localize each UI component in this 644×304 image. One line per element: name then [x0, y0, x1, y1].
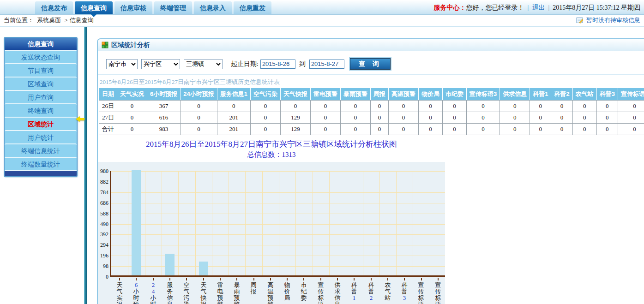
top-tab[interactable]: 终端管理: [154, 1, 192, 14]
table-cell: 0: [310, 124, 340, 135]
logout-link[interactable]: 退出: [532, 4, 545, 11]
sidebar-item[interactable]: 终端信息统计: [5, 143, 77, 157]
top-tab[interactable]: 信息审核: [114, 1, 152, 14]
table-cell: 0: [250, 112, 280, 124]
y-axis-label: 588: [98, 210, 108, 217]
x-axis-tick: [236, 278, 237, 280]
table-cell: 0: [388, 101, 418, 112]
table-header-cell: 天气快报: [280, 88, 310, 101]
table-cell: 0: [340, 124, 370, 135]
y-axis-label: 784: [98, 189, 108, 196]
breadcrumb: 当前位置： 系统桌面 >信息查询: [4, 17, 96, 24]
table-header-cell: 服务信息1: [217, 88, 250, 101]
sidebar-item[interactable]: 区域查询: [5, 77, 77, 90]
table-cell: 0: [370, 124, 388, 135]
top-tab[interactable]: 信息录入: [194, 1, 232, 14]
v-gridline: [229, 171, 229, 275]
district-select[interactable]: 兴宁区: [141, 59, 180, 69]
table-cell: 201: [217, 124, 250, 135]
query-button[interactable]: 查 询: [350, 58, 391, 70]
x-axis-label: 24小时预报: [145, 282, 162, 304]
table-cell: 0: [466, 124, 500, 135]
panel-body: 南宁市 兴宁区 三塘镇 起止日期: 到 查 询 2015年8月26日至2015年…: [98, 52, 644, 304]
x-axis-label: 6小时预报: [128, 282, 144, 304]
table-header-cell: 天气实况: [117, 88, 147, 101]
top-tab[interactable]: 信息查询: [75, 1, 113, 14]
x-axis-label: 科普3: [396, 282, 413, 301]
breadcrumb-home[interactable]: 系统桌面: [37, 17, 61, 24]
sidebar-collapse-arrow-icon[interactable]: [76, 116, 84, 122]
table-header-cell: 高温预警: [388, 88, 418, 101]
date-range-label: 起止日期:: [231, 60, 259, 68]
x-axis-label: 暴雨预警: [229, 282, 245, 304]
table-cell: 0: [370, 101, 388, 112]
sidebar-item[interactable]: 用户统计: [5, 130, 77, 143]
sidebar-item[interactable]: 用户查询: [5, 90, 77, 103]
y-axis-label: 490: [98, 221, 108, 227]
y-axis-label: 686: [98, 200, 108, 206]
table-cell: 0: [388, 124, 418, 135]
table-header-cell: 暴雨预警: [340, 88, 370, 101]
table-cell: 合计: [99, 124, 117, 135]
table-header-cell: 宣传标语3: [466, 88, 500, 101]
audit-notice-text[interactable]: 暂时没有待审核信息: [586, 15, 640, 26]
table-cell: 0: [618, 124, 644, 135]
x-axis-label: 市纪委: [295, 282, 312, 301]
v-gridline: [413, 171, 413, 275]
breadcrumb-current: 信息查询: [70, 17, 94, 24]
sidebar-item[interactable]: 终端查询: [5, 103, 77, 117]
x-axis-tick: [354, 278, 355, 280]
table-cell: 0: [551, 112, 572, 124]
sidebar-title: 信息查询: [5, 38, 77, 50]
v-gridline: [245, 171, 246, 275]
date-from-input[interactable]: [260, 60, 295, 69]
sidebar-item[interactable]: 终端数量统计: [5, 157, 77, 170]
x-axis-tick: [270, 278, 271, 280]
town-select[interactable]: 三塘镇: [184, 59, 223, 69]
page-title: 区域统计分析: [111, 41, 150, 49]
table-header-cell: 市纪委: [442, 88, 466, 101]
x-axis-label: 天气实况: [111, 282, 128, 304]
audit-notice[interactable]: 暂时没有待审核信息: [576, 15, 640, 26]
v-gridline: [329, 171, 330, 275]
city-select[interactable]: 南宁市: [106, 59, 138, 69]
x-axis-label: 服务信息1: [162, 282, 178, 304]
x-axis-label: 科普1: [346, 282, 362, 301]
v-gridline: [212, 171, 212, 275]
x-axis-tick: [119, 278, 120, 280]
table-header-cell: 宣传标语1: [618, 88, 644, 101]
table-cell: 0: [618, 101, 644, 112]
table-cell: 0: [572, 101, 596, 112]
table-row: 合计098302010129000000000000001313: [99, 124, 644, 135]
x-axis-tick: [421, 278, 422, 280]
table-cell: 26日: [99, 101, 117, 112]
bar: [165, 254, 175, 275]
table-cell: 0: [310, 112, 340, 124]
table-cell: 0: [466, 101, 500, 112]
date-to-input[interactable]: [309, 60, 344, 69]
table-cell: 0: [500, 112, 530, 124]
sidebar-item[interactable]: 发送状态查询: [5, 50, 77, 63]
x-axis-tick: [387, 278, 388, 280]
table-cell: 0: [530, 101, 551, 112]
v-gridline: [295, 171, 296, 275]
table-header-cell: 24小时预报: [181, 88, 217, 101]
top-tab[interactable]: 信息发布: [35, 1, 73, 14]
table-header-cell: 科普2: [551, 88, 572, 101]
v-gridline: [195, 171, 196, 275]
table-cell: 0: [551, 124, 572, 135]
table-cell: 0: [551, 101, 572, 112]
table-header-cell: 物价局: [418, 88, 442, 101]
table-cell: 0: [418, 101, 442, 112]
x-axis-tick: [371, 278, 372, 280]
service-center-label: 服务中心：: [434, 4, 466, 11]
sidebar-item[interactable]: 区域统计: [5, 117, 77, 130]
v-gridline: [346, 171, 346, 275]
sidebar-item[interactable]: 节目查询: [5, 63, 77, 77]
table-cell: 0: [340, 112, 370, 124]
table-cell: 0: [280, 101, 310, 112]
top-tab[interactable]: 信息重发: [234, 1, 271, 14]
filter-bar: 南宁市 兴宁区 三塘镇 起止日期: 到 查 询: [98, 52, 644, 75]
bar: [199, 262, 208, 275]
v-gridline: [363, 171, 363, 275]
